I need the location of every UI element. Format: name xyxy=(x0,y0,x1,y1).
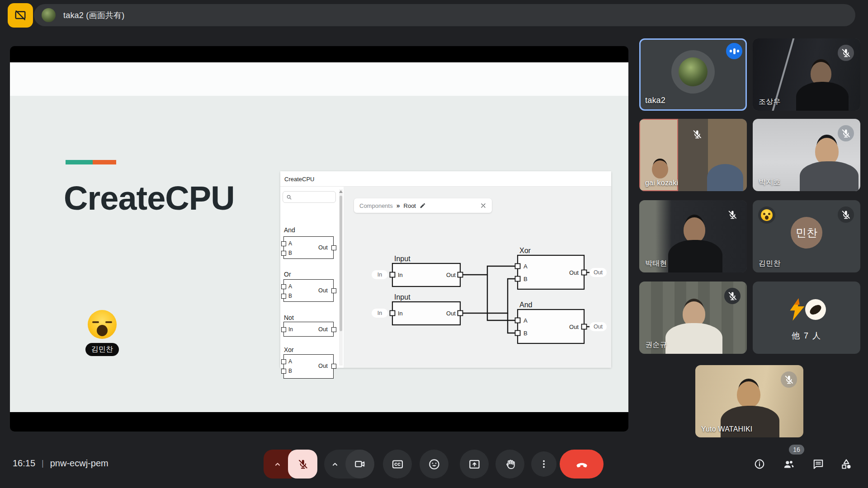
participant-name: 권순규 xyxy=(645,340,667,350)
mic-toggle-button[interactable] xyxy=(288,450,317,479)
overflow-avatars xyxy=(787,298,826,321)
mic-off-icon xyxy=(781,371,797,388)
palette-gate-xor: A B Out xyxy=(283,354,334,379)
svg-text:In: In xyxy=(398,310,403,317)
clock-time: 16:15 xyxy=(13,458,35,469)
mic-off-icon xyxy=(838,125,854,141)
participant-tile[interactable]: Yuto WATAHIKI xyxy=(695,365,803,437)
component-palette: And A B Out Or A B Out xyxy=(280,187,344,368)
captions-button[interactable] xyxy=(383,450,412,479)
mic-off-icon xyxy=(838,45,854,61)
mic-off-icon xyxy=(838,206,854,223)
search-icon xyxy=(286,194,292,200)
svg-text:B: B xyxy=(524,330,528,337)
avatar xyxy=(679,57,708,86)
participant-tile[interactable]: 조상우 xyxy=(753,38,860,111)
open-mouth-emoji xyxy=(761,209,773,221)
presentation-off-icon xyxy=(14,9,27,22)
more-options-button[interactable] xyxy=(531,451,557,477)
speaking-indicator-icon xyxy=(726,43,742,59)
meet-window: taka2 (画面共有) CreateCPU CreateCPU xyxy=(0,0,868,488)
participant-tile-taka2[interactable]: taka2 xyxy=(639,38,747,111)
node-label-xor: Xor xyxy=(519,247,531,254)
palette-gate-or: A B Out xyxy=(283,279,334,302)
svg-text:Out: Out xyxy=(594,324,603,330)
reaction-sender-name: 김민찬 xyxy=(85,343,119,356)
svg-text:In: In xyxy=(377,272,382,278)
more-vert-icon xyxy=(538,459,549,469)
meeting-code: pnw-ecwj-pem xyxy=(50,458,108,469)
mic-off-icon xyxy=(724,206,741,223)
palette-gate-label: Xor xyxy=(284,346,294,353)
activities-icon xyxy=(840,458,853,470)
activities-button[interactable] xyxy=(835,453,857,475)
participant-name: 김민찬 xyxy=(759,259,781,268)
mic-off-icon xyxy=(724,288,741,304)
palette-scrollbar xyxy=(339,189,343,366)
svg-text:A: A xyxy=(524,263,528,270)
palette-gate-label: And xyxy=(284,226,295,234)
chat-panel-button[interactable] xyxy=(807,453,829,475)
participant-tile[interactable]: 박지호 xyxy=(753,119,860,191)
participant-tile[interactable]: gai kozaki xyxy=(639,119,747,191)
overflow-count-label: 他 7 人 xyxy=(753,330,860,341)
yawning-face-emoji xyxy=(88,310,117,339)
createcpu-app-window: CreateCPU And A xyxy=(280,171,611,368)
svg-text:Out: Out xyxy=(446,310,456,317)
mic-options-button[interactable] xyxy=(264,450,292,479)
palette-gate-label: Or xyxy=(284,271,291,278)
presenter-avatar xyxy=(42,8,56,22)
svg-text:In: In xyxy=(377,310,382,316)
screen-share-title: taka2 (画面共有) xyxy=(63,10,124,21)
meeting-details-button[interactable] xyxy=(749,453,770,475)
palette-search-input xyxy=(283,191,336,203)
svg-text:Out: Out xyxy=(569,269,579,276)
present-screen-button[interactable] xyxy=(460,450,489,479)
reactions-button[interactable] xyxy=(420,450,448,479)
raise-hand-button[interactable] xyxy=(495,450,524,479)
emoji-reaction: 김민찬 xyxy=(80,310,124,356)
present-icon xyxy=(468,458,481,470)
slide: CreateCPU CreateCPU And xyxy=(10,62,628,412)
chevron-up-icon xyxy=(272,459,283,469)
avatar-ring xyxy=(671,50,715,94)
svg-text:A: A xyxy=(524,317,528,324)
participant-name: gai kozaki xyxy=(645,179,678,187)
people-panel-button[interactable] xyxy=(778,453,800,475)
svg-text:Out: Out xyxy=(446,272,456,278)
cookie-avatar xyxy=(805,299,826,320)
app-title: CreateCPU xyxy=(284,176,314,183)
chevron-up-icon xyxy=(330,459,340,469)
app-header: CreateCPU xyxy=(280,171,611,187)
avatar-initials: 민찬 xyxy=(791,217,822,249)
participant-name: Yuto WATAHIKI xyxy=(701,425,752,433)
end-call-icon xyxy=(575,457,589,471)
participant-name: 조상우 xyxy=(759,97,781,107)
participant-name: taka2 xyxy=(645,96,665,105)
overflow-tile[interactable]: 他 7 人 xyxy=(753,282,860,354)
circuit-diagram: Input Input Xor And In Out In Out A B Ou… xyxy=(344,187,611,368)
palette-gate-label: Not xyxy=(284,314,294,321)
participant-name: 박태현 xyxy=(645,259,667,268)
svg-text:Out: Out xyxy=(569,324,579,330)
mic-off-icon xyxy=(297,458,309,470)
smiley-icon xyxy=(428,458,440,470)
camera-icon xyxy=(354,458,366,470)
participant-tile-kimminchan[interactable]: 민찬 김민찬 xyxy=(753,200,860,272)
svg-text:B: B xyxy=(524,276,528,282)
hand-icon xyxy=(504,458,516,470)
svg-text:Out: Out xyxy=(594,269,603,276)
slide-title: CreateCPU xyxy=(64,179,235,217)
node-label-input2: Input xyxy=(394,293,410,301)
participant-tile[interactable]: 권순규 xyxy=(639,282,747,354)
participant-tile[interactable]: 박태현 xyxy=(639,200,747,272)
shared-screen-video[interactable]: CreateCPU CreateCPU And xyxy=(10,46,628,432)
presentation-paused-button[interactable] xyxy=(8,3,33,28)
end-call-button[interactable] xyxy=(560,450,604,479)
camera-toggle-button[interactable] xyxy=(345,450,374,479)
svg-text:In: In xyxy=(398,272,403,278)
people-icon xyxy=(783,458,795,470)
chat-icon xyxy=(812,458,824,470)
screen-share-chip[interactable]: taka2 (画面共有) xyxy=(34,4,855,26)
status-separator: | xyxy=(42,459,44,468)
